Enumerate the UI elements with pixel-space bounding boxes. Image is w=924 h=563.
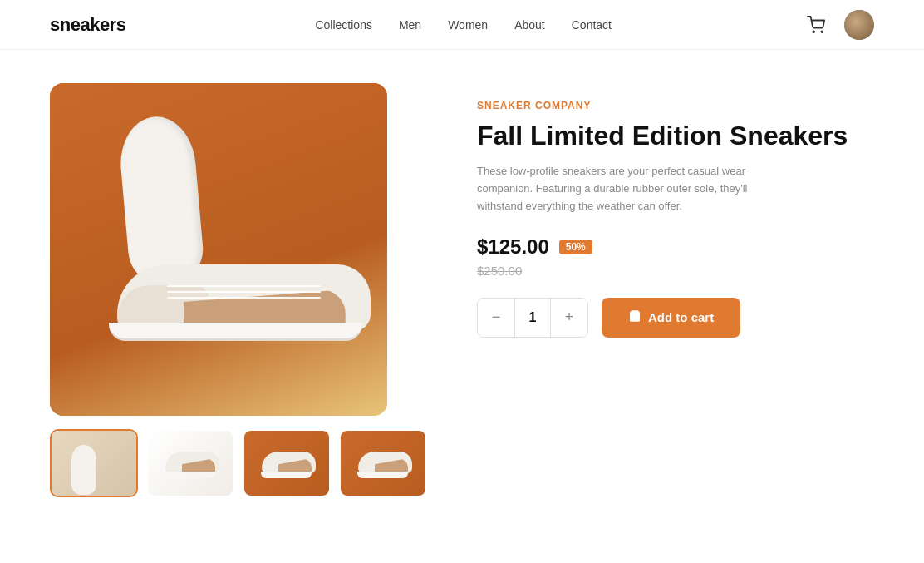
cart-button[interactable] (801, 10, 831, 40)
discount-badge: 50% (559, 240, 592, 254)
user-avatar[interactable] (844, 10, 874, 40)
product-title: Fall Limited Edition Sneakers (477, 120, 874, 151)
nav-women[interactable]: Women (448, 18, 488, 32)
nav-contact[interactable]: Contact (572, 18, 612, 32)
shoe-body (84, 256, 371, 356)
plus-icon: + (565, 309, 574, 326)
shoe-sole-bottom (109, 323, 362, 341)
cart-button-icon (628, 309, 641, 326)
main-content: SNEAKER COMPANY Fall Limited Edition Sne… (0, 50, 924, 531)
thumbnail-4[interactable] (339, 429, 427, 497)
svg-point-0 (813, 31, 814, 32)
price-row: $125.00 50% (477, 235, 874, 259)
minus-icon: − (492, 309, 501, 326)
product-info: SNEAKER COMPANY Fall Limited Edition Sne… (477, 83, 874, 497)
brand-label: SNEAKER COMPANY (477, 100, 874, 111)
original-price: $250.00 (477, 264, 874, 278)
add-to-cart-button[interactable]: Add to cart (602, 298, 740, 338)
avatar-image (844, 10, 874, 40)
product-description: These low-profile sneakers are your perf… (477, 163, 793, 215)
nav-collections[interactable]: Collections (315, 18, 371, 32)
thumb4-shoe (354, 447, 412, 480)
nav-about[interactable]: About (514, 18, 545, 32)
lace-line-1 (167, 285, 321, 287)
nav-men[interactable]: Men (399, 18, 421, 32)
cart-icon-svg (628, 309, 641, 323)
quantity-control: − 1 + (477, 298, 588, 338)
main-nav: Collections Men Women About Contact (315, 18, 612, 32)
quantity-decrease-button[interactable]: − (478, 298, 514, 338)
thumbnail-list (50, 429, 427, 497)
header-icons (801, 10, 874, 40)
shoe-laces (167, 285, 321, 310)
add-to-cart-row: − 1 + Add to cart (477, 298, 874, 338)
thumb2-shoe (161, 447, 219, 480)
thumb1-sole (71, 445, 96, 495)
thumbnail-2[interactable] (146, 429, 234, 497)
thumbnail-1[interactable] (50, 429, 138, 497)
image-background (50, 83, 387, 416)
svg-point-1 (821, 31, 823, 32)
quantity-increase-button[interactable]: + (551, 298, 587, 338)
header: sneakers Collections Men Women About Con… (0, 0, 924, 50)
product-images (50, 83, 427, 497)
cart-icon (807, 16, 825, 34)
lace-line-3 (167, 297, 321, 299)
current-price: $125.00 (477, 235, 549, 259)
thumb3-shoe (258, 447, 316, 480)
lace-line-2 (167, 291, 321, 293)
quantity-value: 1 (514, 299, 551, 337)
add-to-cart-label: Add to cart (648, 310, 714, 324)
main-product-image[interactable] (50, 83, 387, 416)
logo[interactable]: sneakers (50, 14, 125, 36)
thumbnail-3[interactable] (243, 429, 331, 497)
